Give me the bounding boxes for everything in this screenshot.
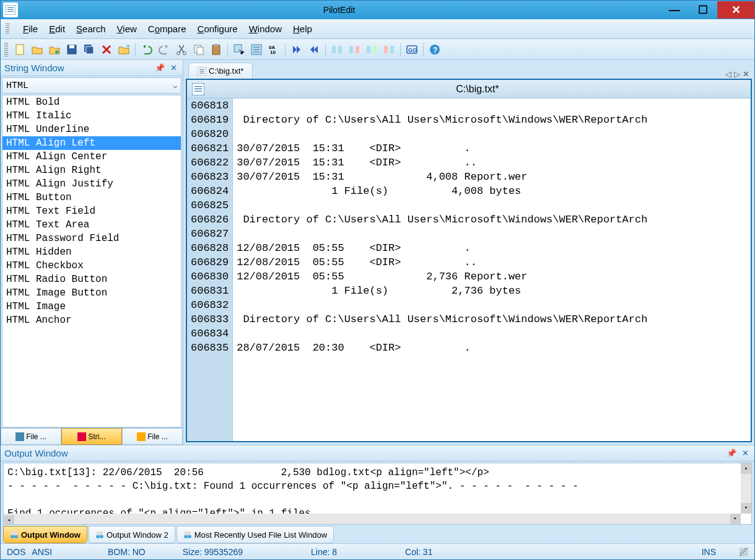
select-all-icon[interactable] [248, 42, 264, 58]
string-item[interactable]: HTML Underline [2, 123, 181, 136]
menu-compare[interactable]: Compare [148, 24, 186, 34]
vertical-scrollbar[interactable]: ▴ ▾ [741, 463, 751, 514]
code-line[interactable]: 1 File(s) 2,736 bytes [233, 284, 751, 298]
tab-next-icon[interactable]: ▷ [734, 69, 740, 79]
string-item[interactable]: HTML Password Field [2, 232, 181, 245]
help-icon[interactable]: ? [427, 42, 443, 58]
code-line[interactable]: Directory of C:\Users\All Users\Microsof… [233, 113, 751, 127]
new-file-icon[interactable] [12, 42, 28, 58]
code-line[interactable]: 28/07/2015 20:30 <DIR> . [233, 341, 751, 355]
code-line[interactable]: 30/07/2015 15:31 <DIR> .. [233, 155, 751, 170]
close-panel-icon[interactable]: ✕ [740, 448, 751, 459]
save-all-icon[interactable] [81, 42, 97, 58]
string-type-dropdown[interactable]: HTML ⌵ [2, 77, 181, 94]
code-line[interactable] [233, 127, 751, 141]
minimize-button[interactable]: — [660, 1, 689, 19]
prev-icon[interactable] [306, 42, 322, 58]
menu-search[interactable]: Search [76, 24, 106, 34]
menubar-grip[interactable] [6, 24, 9, 35]
redo-icon[interactable] [156, 42, 172, 58]
next-icon[interactable] [289, 42, 305, 58]
menu-edit[interactable]: Edit [49, 24, 65, 34]
tab-prev-icon[interactable]: ◁ [725, 69, 731, 79]
scroll-left-icon[interactable]: ◂ [4, 515, 14, 525]
scroll-down-icon[interactable]: ▾ [741, 503, 751, 514]
scroll-right-icon[interactable]: ▸ [730, 514, 741, 524]
scroll-up-icon[interactable]: ▴ [741, 463, 751, 474]
code-line[interactable] [233, 98, 751, 113]
pin-icon[interactable]: 📌 [154, 63, 165, 74]
svg-rect-38 [194, 86, 203, 87]
output-content[interactable]: C:\big.txt[13]: 22/06/2015 20:56 2,530 b… [3, 463, 752, 525]
code-line[interactable]: 12/08/2015 05:55 2,736 Report.wer [233, 269, 751, 284]
string-item[interactable]: HTML Image Button [2, 286, 181, 300]
horizontal-scrollbar[interactable]: ◂ ▸ [4, 514, 741, 524]
string-item[interactable]: HTML Text Field [2, 204, 181, 218]
string-item[interactable]: HTML Italic [2, 109, 181, 123]
cut-icon[interactable] [173, 42, 190, 58]
code-area[interactable]: Directory of C:\Users\All Users\Microsof… [233, 98, 751, 441]
string-item[interactable]: HTML Radio Button [2, 273, 181, 286]
menu-configure[interactable]: Configure [198, 24, 238, 34]
close-button[interactable]: ✕ [717, 1, 754, 19]
tab-close-icon[interactable]: ✕ [743, 69, 749, 79]
paste-icon[interactable] [208, 42, 224, 58]
menu-file[interactable]: File [23, 24, 38, 34]
copy-icon[interactable] [191, 42, 207, 58]
string-item[interactable]: HTML Anchor [2, 313, 181, 327]
undo-icon[interactable] [139, 42, 155, 58]
pin-icon[interactable]: 📌 [726, 448, 737, 459]
string-item[interactable]: HTML Align Left [2, 136, 181, 150]
left-tab[interactable]: File ... [122, 428, 183, 445]
editor-tab[interactable]: C:\big.txt* [188, 63, 253, 79]
code-line[interactable] [233, 298, 751, 312]
compare-icon-3[interactable] [364, 42, 380, 58]
maximize-button[interactable]: ☐ [689, 1, 717, 19]
code-line[interactable] [233, 326, 751, 341]
code-line[interactable]: 30/07/2015 15:31 4,008 Report.wer [233, 170, 751, 184]
save-icon[interactable] [64, 42, 80, 58]
code-line[interactable]: Directory of C:\Users\All Users\Microsof… [233, 312, 751, 326]
code-line[interactable] [233, 198, 751, 212]
string-item[interactable]: HTML Text Area [2, 218, 181, 232]
hex-icon[interactable]: 0A10 [266, 42, 282, 58]
select-icon[interactable] [231, 42, 247, 58]
toolbar-grip[interactable] [4, 43, 8, 56]
compare-icon-1[interactable] [329, 42, 345, 58]
editor-content[interactable]: 6068186068196068206068216068226068236068… [187, 98, 751, 441]
output-tab[interactable]: Output Window 2 [89, 526, 175, 543]
compare-icon-4[interactable] [381, 42, 397, 58]
code-line[interactable]: 12/08/2015 05:55 <DIR> .. [233, 255, 751, 269]
string-item[interactable]: HTML Image [2, 300, 181, 313]
string-item[interactable]: HTML Align Right [2, 164, 181, 177]
string-item[interactable]: HTML Checkbox [2, 259, 181, 273]
code-line[interactable]: Directory of C:\Users\All Users\Microsof… [233, 212, 751, 227]
output-tab[interactable]: Output Window [3, 526, 87, 543]
compare-icon-2[interactable] [346, 42, 362, 58]
string-item[interactable]: HTML Hidden [2, 245, 181, 259]
menu-view[interactable]: View [117, 24, 137, 34]
output-tab[interactable]: Most Recently Used File List Window [177, 526, 334, 543]
code-line[interactable]: 30/07/2015 15:31 <DIR> . [233, 141, 751, 155]
string-item[interactable]: HTML Button [2, 191, 181, 204]
string-list[interactable]: HTML BoldHTML ItalicHTML UnderlineHTML A… [2, 95, 181, 427]
line-number: 606829 [191, 255, 229, 269]
menu-window[interactable]: Window [249, 24, 282, 34]
resize-grip-icon[interactable] [740, 548, 748, 556]
string-item[interactable]: HTML Align Justify [2, 177, 181, 191]
add-folder-icon[interactable]: + [116, 42, 132, 58]
string-item[interactable]: HTML Align Center [2, 150, 181, 164]
open-folder-icon[interactable] [46, 42, 63, 58]
code-line[interactable]: 1 File(s) 4,008 bytes [233, 184, 751, 198]
go-icon[interactable]: GO [404, 42, 420, 58]
close-panel-icon[interactable]: ✕ [168, 63, 179, 74]
code-line[interactable] [233, 227, 751, 241]
code-line[interactable]: 12/08/2015 05:55 <DIR> . [233, 241, 751, 255]
delete-icon[interactable] [98, 42, 115, 58]
string-item[interactable]: HTML Bold [2, 95, 181, 109]
open-file-icon[interactable] [29, 42, 45, 58]
svg-rect-1 [7, 7, 14, 8]
left-tab[interactable]: File ... [1, 428, 61, 445]
left-tab[interactable]: Stri... [61, 428, 122, 445]
menu-help[interactable]: Help [293, 24, 312, 34]
